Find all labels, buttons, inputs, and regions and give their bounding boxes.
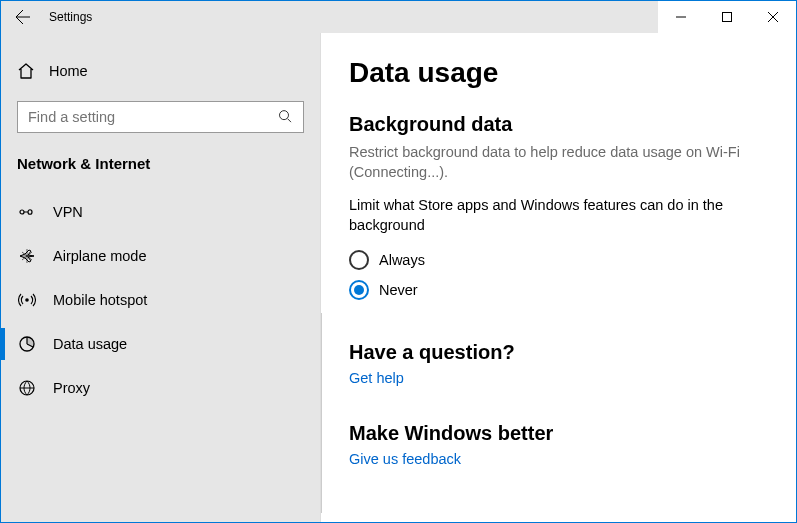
sidebar-item-home[interactable]: Home — [1, 49, 320, 93]
maximize-button[interactable] — [704, 1, 750, 33]
minimize-icon — [676, 12, 686, 22]
radio-icon — [349, 280, 369, 300]
svg-point-2 — [20, 210, 24, 214]
back-arrow-icon — [15, 9, 31, 25]
sidebar-item-proxy[interactable]: Proxy — [1, 366, 320, 410]
radio-icon — [349, 250, 369, 270]
radio-label: Always — [379, 252, 425, 268]
close-button[interactable] — [750, 1, 796, 33]
nav-label: Airplane mode — [53, 248, 147, 264]
airplane-icon — [17, 247, 37, 265]
bg-data-heading: Background data — [349, 113, 768, 136]
svg-rect-0 — [723, 13, 732, 22]
main-panel: Data usage Background data Restrict back… — [321, 33, 796, 522]
titlebar: Settings — [1, 1, 796, 33]
page-title: Data usage — [349, 57, 768, 89]
maximize-icon — [722, 12, 732, 22]
sidebar-item-mobile-hotspot[interactable]: Mobile hotspot — [1, 278, 320, 322]
search-icon — [278, 109, 292, 126]
radio-label: Never — [379, 282, 418, 298]
home-label: Home — [49, 63, 88, 79]
data-usage-icon — [17, 335, 37, 353]
category-header: Network & Internet — [1, 145, 320, 190]
radio-option-always[interactable]: Always — [349, 245, 768, 275]
search-input[interactable] — [17, 101, 304, 133]
question-heading: Have a question? — [349, 341, 768, 364]
sidebar: Home Network & Internet VPN Airplane mod… — [1, 33, 321, 522]
minimize-button[interactable] — [658, 1, 704, 33]
bg-data-sub: Limit what Store apps and Windows featur… — [349, 195, 768, 236]
radio-option-never[interactable]: Never — [349, 275, 768, 305]
proxy-icon — [17, 379, 37, 397]
get-help-link[interactable]: Get help — [349, 370, 768, 386]
sidebar-item-vpn[interactable]: VPN — [1, 190, 320, 234]
sidebar-item-data-usage[interactable]: Data usage — [1, 322, 320, 366]
vpn-icon — [17, 203, 37, 221]
feedback-heading: Make Windows better — [349, 422, 768, 445]
back-button[interactable] — [1, 1, 45, 33]
svg-point-3 — [25, 298, 29, 302]
hotspot-icon — [17, 291, 37, 309]
app-title: Settings — [49, 10, 92, 24]
nav-label: Mobile hotspot — [53, 292, 147, 308]
bg-data-desc: Restrict background data to help reduce … — [349, 142, 768, 183]
svg-point-1 — [280, 111, 289, 120]
sidebar-item-airplane-mode[interactable]: Airplane mode — [1, 234, 320, 278]
home-icon — [17, 62, 35, 80]
nav-label: Proxy — [53, 380, 90, 396]
nav-label: VPN — [53, 204, 83, 220]
give-feedback-link[interactable]: Give us feedback — [349, 451, 768, 467]
close-icon — [768, 12, 778, 22]
scrollbar[interactable] — [321, 313, 322, 513]
nav-label: Data usage — [53, 336, 127, 352]
